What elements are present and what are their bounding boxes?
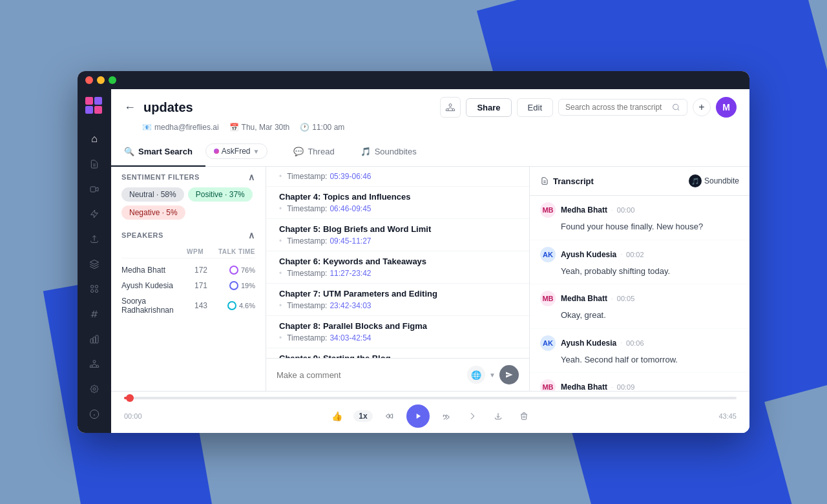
sidebar-item-upload[interactable] <box>83 228 106 251</box>
chapter-6-timestamp: • Timestamp: 11:27-23:42 <box>279 269 516 278</box>
chapter-7-timestamp: • Timestamp: 23:42-34:03 <box>279 301 516 310</box>
speaker-row-soorya[interactable]: Soorya Radhakrishnan 143 4.6% <box>121 293 255 318</box>
close-dot[interactable] <box>85 76 93 84</box>
sidebar-item-people[interactable] <box>83 353 106 375</box>
speaker-row-ayush[interactable]: Ayush Kudesia 171 19% <box>121 278 255 293</box>
sidebar-item-settings[interactable] <box>83 378 106 401</box>
thumbs-up-button[interactable]: 👍 <box>328 407 346 425</box>
transcript-entry-3: AK Ayush Kudesia · 00:06 Yeah. Second ha… <box>530 329 749 373</box>
soundbites-tab-label: Soundbites <box>375 147 417 156</box>
speakers-list: WPM TALK TIME Medha Bhatt 172 76% <box>111 243 266 323</box>
calendar-icon: 📅 <box>229 123 239 132</box>
timestamp-link-7[interactable]: 23:42-34:03 <box>330 301 371 310</box>
sidebar-item-layers[interactable] <box>83 253 106 275</box>
soundbites-tab-icon: 🎵 <box>361 147 371 156</box>
speaker-pct-ayush: 19% <box>241 282 255 289</box>
tab-soundbites[interactable]: 🎵 Soundbites <box>348 137 430 167</box>
tab-askfred[interactable]: AskFred ▼ <box>205 137 281 167</box>
chapter-timestamp-partial: • Timestamp: 05:39-06:46 <box>279 172 516 181</box>
timestamp-link-6[interactable]: 11:27-23:42 <box>330 269 371 278</box>
meta-time: 11:00 am <box>312 123 344 132</box>
speaker-row-medha[interactable]: Medha Bhatt 172 76% <box>121 262 255 278</box>
timestamp-link-5[interactable]: 09:45-11:27 <box>330 236 371 246</box>
play-icon <box>414 412 423 421</box>
forward-button[interactable] <box>437 407 455 425</box>
chapter-7-title: Chapter 7: UTM Parameters and Editing <box>279 289 516 299</box>
edit-button[interactable]: Edit <box>517 98 553 117</box>
transcript-text-2: Okay, great. <box>540 309 739 322</box>
participants-icon-btn[interactable] <box>440 97 461 118</box>
player-controls: 00:00 👍 1x <box>124 404 737 428</box>
svg-rect-3 <box>94 106 102 114</box>
timestamp-link-4[interactable]: 06:46-09:45 <box>330 204 371 213</box>
sentiment-chip-positive[interactable]: Positive · 37% <box>188 187 253 202</box>
timestamp-0: 00:00 <box>617 206 635 214</box>
tab-bar: 🔍 Smart Search AskFred ▼ 💬 Thread 🎵 <box>111 137 749 167</box>
back-button[interactable]: ← <box>124 101 136 114</box>
transcript-search[interactable] <box>558 99 687 116</box>
add-button[interactable]: + <box>693 98 711 116</box>
sidebar-item-info[interactable] <box>83 403 106 425</box>
minimize-dot[interactable] <box>97 76 105 84</box>
comment-input[interactable] <box>277 370 462 380</box>
speaker-wpm-soorya: 143 <box>189 301 207 310</box>
play-button[interactable] <box>406 404 430 428</box>
speed-button[interactable]: 1x <box>353 410 372 422</box>
sidebar-item-analytics[interactable] <box>83 328 106 350</box>
speaker-bar-medha: 76% <box>210 266 255 275</box>
app-window: ⌂ <box>78 71 749 433</box>
speaker-info-2: Medha Bhatt · 00:05 <box>561 294 634 303</box>
chapter-item-8: Chapter 8: Parallel Blocks and Figma • T… <box>266 316 529 348</box>
rewind-icon <box>384 411 395 421</box>
transcript-entry-4: MB Medha Bhatt · 00:09 <box>530 373 749 391</box>
svg-rect-1 <box>94 97 102 105</box>
sidebar-logo[interactable] <box>85 97 103 118</box>
transcript-search-input[interactable] <box>565 103 668 112</box>
speaker-name-medha: Medha Bhatt <box>121 266 187 275</box>
timestamp-link-partial[interactable]: 05:39-06:46 <box>330 172 371 181</box>
speaker-info-3: Ayush Kudesia · 00:06 <box>561 339 644 348</box>
sidebar-item-tags[interactable] <box>83 303 106 326</box>
smart-search-tab-label: Smart Search <box>138 147 193 156</box>
sidebar-item-activity[interactable] <box>83 203 106 226</box>
sentiment-collapse-icon[interactable]: ∧ <box>248 172 255 182</box>
speaker-wpm-ayush: 171 <box>189 281 207 290</box>
tab-smart-search[interactable]: 🔍 Smart Search <box>111 137 205 167</box>
speaker-name-4: Medha Bhatt <box>561 383 607 391</box>
soundbite-badge[interactable]: 🎵 Soundbite <box>689 174 739 187</box>
transcript-icon <box>540 176 549 185</box>
speakers-header: WPM TALK TIME <box>121 246 255 258</box>
speaker-name-0: Medha Bhatt <box>561 205 607 215</box>
delete-button[interactable] <box>515 407 533 425</box>
avatar-medha-0: MB <box>540 202 556 218</box>
speaker-row-4: MB Medha Bhatt · 00:09 <box>540 379 739 391</box>
dropdown-chevron-icon[interactable]: ▼ <box>489 372 496 379</box>
sidebar-item-documents[interactable] <box>83 153 106 176</box>
progress-bar[interactable] <box>124 397 737 399</box>
speakers-collapse-icon[interactable]: ∧ <box>248 230 255 240</box>
search-icon <box>672 103 680 112</box>
speaker-info-1: Ayush Kudesia · 00:02 <box>561 250 644 259</box>
askfred-badge[interactable]: AskFred ▼ <box>205 143 268 159</box>
speaker-info-0: Medha Bhatt · 00:00 <box>561 205 634 215</box>
speaker-bar-ayush: 19% <box>210 281 255 290</box>
send-button[interactable] <box>499 365 519 384</box>
timestamp-link-8[interactable]: 34:03-42:54 <box>330 333 371 342</box>
skip-forward-button[interactable] <box>463 407 481 425</box>
sentiment-chip-neutral[interactable]: Neutral · 58% <box>121 187 184 202</box>
maximize-dot[interactable] <box>109 76 116 84</box>
sidebar-item-grid[interactable] <box>83 278 106 300</box>
download-button[interactable] <box>489 407 507 425</box>
sentiment-chip-negative[interactable]: Negative · 5% <box>121 205 185 220</box>
emoji-button[interactable]: 🌐 <box>467 366 485 384</box>
rewind-button[interactable] <box>381 407 399 425</box>
chapter-item-6: Chapter 6: Keywords and Takeaways • Time… <box>266 251 529 284</box>
user-avatar[interactable]: M <box>716 97 737 118</box>
sidebar-item-media[interactable] <box>83 178 106 200</box>
timestamp-1: 00:02 <box>626 251 644 258</box>
transcript-text-0: Found your house finally. New house? <box>540 220 739 233</box>
progress-dot <box>126 394 134 402</box>
tab-thread[interactable]: 💬 Thread <box>280 137 347 167</box>
share-button[interactable]: Share <box>466 98 511 117</box>
sidebar-item-home[interactable]: ⌂ <box>83 128 106 151</box>
